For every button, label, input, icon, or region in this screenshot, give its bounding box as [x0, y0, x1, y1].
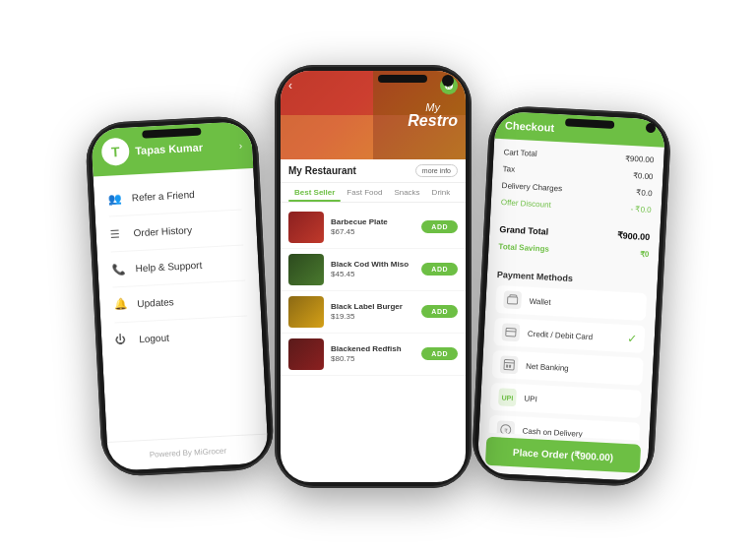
avatar: T [101, 137, 130, 165]
delivery-label: Delivery Charges [502, 181, 563, 193]
restaurant-screen: ‹ R My Restro My Restaurant more info Be… [281, 71, 466, 482]
food-thumb-barbecue [288, 212, 324, 243]
menu-item-4: Blackened Redfish $80.75 ADD [281, 334, 466, 376]
svg-text:R: R [447, 83, 452, 89]
add-button-redfish[interactable]: ADD [421, 347, 458, 360]
sidebar-item-refer-label: Refer a Friend [131, 189, 194, 203]
menu-item-1: Barbecue Plate $67.45 ADD [281, 207, 466, 249]
sidebar-item-refer[interactable]: 👥 Refer a Friend [94, 175, 255, 214]
svg-text:₹: ₹ [504, 427, 508, 433]
wallet-label: Wallet [529, 296, 550, 306]
restaurant-header-image: ‹ R My Restro [281, 71, 466, 159]
back-button[interactable]: ‹ [288, 79, 292, 92]
phone-restaurant-screen: ‹ R My Restro My Restaurant more info Be… [281, 71, 466, 482]
phone-menu: T Tapas Kumar › 👥 Refer a Friend ☰ Order… [85, 114, 276, 477]
logout-icon: ⏻ [115, 333, 130, 345]
svg-rect-7 [506, 364, 508, 367]
sidebar-menu: 👥 Refer a Friend ☰ Order History 📞 Help … [94, 167, 268, 441]
netbanking-label: Net Banking [526, 361, 569, 372]
cart-total-value: ₹900.00 [625, 153, 655, 164]
payment-wallet[interactable]: Wallet [495, 284, 647, 320]
restaurant-title-overlay: My Restro [408, 101, 458, 129]
sidebar-item-logout[interactable]: ⏻ Logout [101, 317, 263, 354]
menu-item-2: Black Cod With Miso $45.45 ADD [281, 249, 466, 291]
food-thumb-redfish [288, 338, 324, 370]
sidebar-item-orders-label: Order History [133, 224, 192, 238]
orders-icon: ☰ [109, 226, 124, 240]
cod-label: Cash on Delivery [523, 426, 583, 438]
add-button-barbecue[interactable]: ADD [421, 220, 458, 233]
menu-item-3: Black Label Burger $19.35 ADD [281, 291, 466, 334]
bell-icon: 🔔 [113, 297, 128, 311]
phone-restaurant: ‹ R My Restro My Restaurant more info Be… [275, 65, 472, 488]
food-price-black-cod: $45.45 [331, 270, 414, 278]
tab-snacks[interactable]: Snacks [388, 183, 425, 202]
food-thumb-black-cod [288, 254, 324, 285]
sidebar-screen: T Tapas Kumar › 👥 Refer a Friend ☰ Order… [91, 120, 269, 470]
food-price-burger: $19.35 [331, 312, 414, 321]
restaurant-info-bar: My Restaurant more info [281, 159, 466, 183]
discount-value: - ₹0.0 [630, 205, 651, 215]
netbanking-icon [500, 355, 519, 374]
restaurant-logo: R [440, 77, 458, 94]
sidebar-item-support[interactable]: 📞 Help & Support [97, 246, 259, 284]
food-price-barbecue: $67.45 [331, 227, 414, 236]
tab-drink[interactable]: Drink [426, 183, 457, 202]
restro-text: Restro [408, 113, 458, 129]
tax-value: ₹0.00 [633, 171, 654, 181]
username-label: Tapas Kumar [135, 139, 233, 155]
sidebar-item-orders[interactable]: ☰ Order History [95, 211, 257, 249]
food-info-burger: Black Label Burger $19.35 [331, 302, 414, 321]
food-name-burger: Black Label Burger [331, 302, 414, 311]
phone-menu-screen: T Tapas Kumar › 👥 Refer a Friend ☰ Order… [91, 120, 269, 470]
payment-netbanking[interactable]: Net Banking [492, 349, 644, 385]
add-button-black-cod[interactable]: ADD [421, 263, 458, 276]
delivery-value: ₹0.0 [636, 188, 653, 198]
tax-label: Tax [502, 164, 515, 174]
add-button-burger[interactable]: ADD [421, 305, 458, 318]
menu-item-list: Barbecue Plate $67.45 ADD Black Cod With… [281, 203, 466, 482]
phone-checkout-screen: Checkout Cart Total ₹900.00 Tax ₹0.00 De… [476, 110, 665, 481]
food-info-black-cod: Black Cod With Miso $45.45 [331, 260, 414, 278]
svg-rect-2 [507, 296, 517, 304]
food-name-redfish: Blackened Redfish [331, 344, 414, 353]
chevron-right-icon: › [238, 139, 242, 150]
tab-best-seller[interactable]: Best Seller [288, 183, 341, 202]
food-price-redfish: $80.75 [331, 354, 414, 363]
upi-label: UPI [524, 394, 537, 403]
more-info-button[interactable]: more info [415, 164, 458, 177]
upi-icon: UPI [498, 388, 517, 406]
payment-card[interactable]: Credit / Debit Card ✓ [493, 317, 645, 352]
sidebar-item-updates[interactable]: 🔔 Updates [99, 281, 261, 320]
checkout-screen: Checkout Cart Total ₹900.00 Tax ₹0.00 De… [476, 110, 665, 481]
phone-icon: 📞 [111, 262, 126, 276]
svg-line-4 [506, 331, 516, 332]
scene: T Tapas Kumar › 👥 Refer a Friend ☰ Order… [0, 0, 756, 552]
restaurant-name: My Restaurant [288, 165, 356, 176]
phone-checkout: Checkout Cart Total ₹900.00 Tax ₹0.00 De… [471, 104, 672, 487]
wallet-icon [503, 290, 522, 309]
sidebar-header: T Tapas Kumar › [91, 120, 253, 175]
menu-tabs-bar: Best Seller Fast Food Snacks Drink [281, 183, 466, 203]
sidebar-item-logout-label: Logout [139, 332, 169, 344]
tab-fast-food[interactable]: Fast Food [341, 183, 388, 202]
card-label: Credit / Debit Card [528, 329, 594, 340]
savings-value: ₹0 [640, 249, 650, 258]
grand-total-value: ₹900.00 [616, 230, 650, 242]
payment-section-title: Payment Methods [497, 270, 648, 287]
food-thumb-burger [288, 296, 324, 328]
food-name-black-cod: Black Cod With Miso [331, 260, 414, 269]
place-order-button[interactable]: Place Order (₹900.00) [485, 436, 641, 472]
cart-total-label: Cart Total [503, 148, 537, 158]
discount-label: Offer Discount [501, 198, 551, 210]
sidebar-item-updates-label: Updates [137, 296, 174, 309]
svg-rect-5 [504, 359, 515, 370]
card-icon [501, 323, 520, 341]
checkout-body: Cart Total ₹900.00 Tax ₹0.00 Delivery Ch… [479, 138, 664, 441]
svg-line-6 [504, 362, 514, 363]
grand-total-label: Grand Total [499, 224, 548, 237]
payment-cod[interactable]: ₹ Cash on Delivery [488, 414, 640, 441]
savings-label: Total Savings [498, 242, 549, 254]
cod-icon: ₹ [496, 420, 515, 439]
payment-upi[interactable]: UPI UPI [490, 382, 642, 417]
